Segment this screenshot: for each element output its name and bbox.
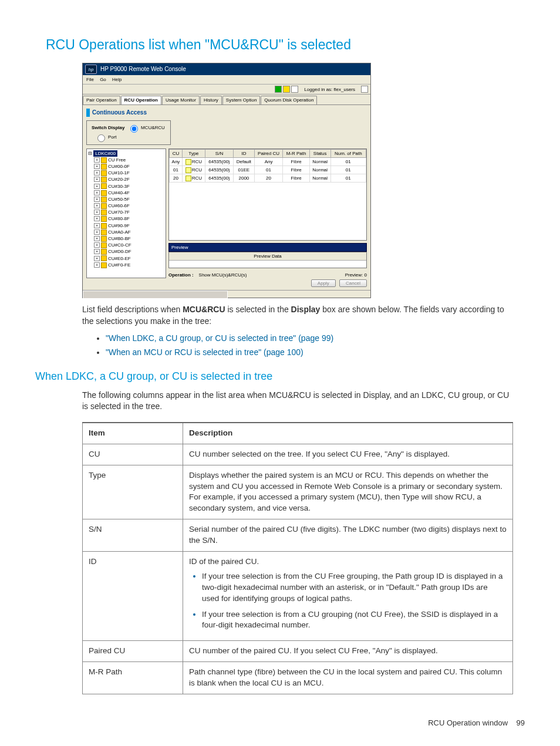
tab-bar: Pair Operation RCU Operation Usage Monit… (83, 94, 370, 104)
intro-paragraph: List field descriptions when MCU&RCU is … (82, 304, 513, 327)
tree-item[interactable]: +CU#60-6F (88, 202, 164, 209)
grid-header[interactable]: S/N (205, 149, 233, 157)
description-table: Item Description CUCU number selected on… (82, 422, 513, 694)
tree-item[interactable]: +CU#70-7F (88, 209, 164, 215)
tree-item[interactable]: +CU#A0-AF (88, 229, 164, 235)
grid-header[interactable]: ID (234, 149, 254, 157)
tree-item[interactable]: +CU#C0-CF (88, 242, 164, 248)
tab-system-option[interactable]: System Option (222, 96, 260, 104)
item-cell: CU (83, 444, 183, 465)
folder-icon (101, 203, 107, 209)
console-screenshot: hp HP P9000 Remote Web Console File Go H… (82, 63, 371, 298)
grid-header[interactable]: CU (170, 149, 183, 157)
folder-icon (101, 249, 107, 255)
desc-cell: CU number selected on the tree. If you s… (183, 444, 513, 465)
menu-file[interactable]: File (86, 77, 94, 82)
folder-icon (101, 216, 107, 222)
settings-icon[interactable] (361, 86, 368, 93)
table-row: TypeDisplays whether the paired system i… (83, 465, 513, 519)
panel-heading: Continuous Access (86, 109, 367, 117)
folder-icon (101, 177, 107, 183)
table-row: M-R PathPath channel type (fibre) betwee… (83, 662, 513, 694)
tree-item[interactable]: +CU#00-0F (88, 163, 164, 170)
type-icon (185, 167, 191, 173)
ldkc-tree[interactable]: ⊟ LDKC#00 +CU Free+CU#00-0F+CU#10-1F+CU#… (86, 148, 166, 278)
folder-icon (101, 236, 107, 242)
link-list: "When LDKC, a CU group, or CU is selecte… (82, 333, 513, 358)
tree-item[interactable]: +CU#D0-DF (88, 248, 164, 255)
sub-heading: When LDKC, a CU group, or CU is selected… (35, 369, 525, 384)
tree-root[interactable]: LDKC#00 (93, 150, 117, 157)
link-mcu-rcu[interactable]: "When an MCU or RCU is selected in tree"… (106, 347, 303, 357)
horizontal-scrollbar[interactable] (83, 290, 370, 298)
status-icon (275, 86, 282, 93)
tab-history[interactable]: History (200, 96, 222, 104)
tree-item[interactable]: +CU#50-5F (88, 196, 164, 202)
table-row[interactable]: 01RCU64535(00)01EE01FibreNormal01 (170, 166, 366, 174)
table-row[interactable]: 20RCU64535(00)200020FibreNormal01 (170, 174, 366, 183)
folder-icon (101, 190, 107, 196)
preview-data-label: Preview Data (169, 252, 366, 261)
grid-header[interactable]: Paired CU (254, 149, 283, 157)
col-item: Item (83, 423, 183, 444)
tab-pair-operation[interactable]: Pair Operation (83, 96, 120, 104)
radio-port[interactable]: Port (95, 134, 117, 140)
status-icon (291, 86, 298, 93)
folder-icon (101, 183, 107, 189)
type-icon (185, 159, 191, 165)
preview-header: Preview (168, 243, 367, 252)
item-cell: ID (83, 552, 183, 641)
table-row[interactable]: AnyRCU64535(00)DefaultAnyFibreNormal01 (170, 157, 366, 166)
table-row: CUCU number selected on the tree. If you… (83, 444, 513, 465)
operation-value: Show MCU(s)&RCU(s) (199, 272, 247, 278)
tree-item[interactable]: +CU#F0-FE (88, 262, 164, 268)
tree-item[interactable]: +CU#80-8F (88, 215, 164, 222)
item-cell: M-R Path (83, 662, 183, 694)
page-footer: RCU Operation window 99 (35, 718, 525, 728)
tree-item[interactable]: +CU#E0-EF (88, 255, 164, 262)
tab-usage-monitor[interactable]: Usage Monitor (162, 96, 200, 104)
desc-cell: Displays whether the paired system is an… (183, 465, 513, 519)
grid-header[interactable]: Status (309, 149, 330, 157)
grid-header[interactable]: M-R Path (283, 149, 309, 157)
tree-item[interactable]: +CU#B0-BF (88, 235, 164, 242)
table-row: Paired CUCU number of the paired CU. If … (83, 641, 513, 662)
hp-logo-icon: hp (85, 65, 97, 74)
tree-item[interactable]: +CU Free (88, 157, 164, 163)
status-icon (283, 86, 290, 93)
tree-item[interactable]: +CU#90-9F (88, 222, 164, 229)
radio-mcurcu[interactable]: MCU&RCU (127, 125, 165, 130)
folder-icon (101, 210, 107, 215)
grid-header[interactable]: Type (182, 149, 205, 157)
link-ldkc[interactable]: "When LDKC, a CU group, or CU is selecte… (106, 333, 333, 343)
menu-go[interactable]: Go (100, 77, 106, 82)
tree-item[interactable]: +CU#30-3F (88, 183, 164, 190)
rcu-grid[interactable]: CUTypeS/NIDPaired CUM-R PathStatusNum. o… (168, 148, 367, 241)
tree-item[interactable]: +CU#10-1F (88, 170, 164, 176)
tree-item[interactable]: +CU#20-2F (88, 176, 164, 183)
grid-header[interactable]: Num. of Path (330, 149, 366, 157)
folder-icon (101, 262, 107, 268)
item-cell: S/N (83, 519, 183, 552)
tab-quorum-disk[interactable]: Quorum Disk Operation (261, 96, 317, 104)
folder-icon (101, 242, 107, 248)
switch-display-group: Switch Display MCU&RCU Port (86, 120, 171, 145)
desc-cell: Path channel type (fibre) between the CU… (183, 662, 513, 694)
page-title: RCU Operations list when "MCU&RCU" is se… (46, 35, 525, 54)
apply-button[interactable]: Apply (311, 279, 336, 287)
folder-icon (101, 170, 107, 176)
operation-label: Operation : (168, 272, 194, 278)
switch-legend: Switch Display (90, 124, 126, 131)
desc-cell: ID of the paired CU.If your tree selecti… (183, 552, 513, 641)
menu-bar[interactable]: File Go Help (83, 75, 370, 85)
preview-area: Preview Data (168, 252, 367, 268)
item-cell: Paired CU (83, 641, 183, 662)
tab-rcu-operation[interactable]: RCU Operation (121, 96, 161, 104)
col-description: Description (183, 423, 513, 444)
menu-help[interactable]: Help (112, 77, 122, 82)
table-row: S/NSerial number of the paired CU (five … (83, 519, 513, 552)
folder-icon (101, 197, 107, 202)
folder-icon (101, 255, 107, 261)
cancel-button[interactable]: Cancel (339, 279, 367, 287)
tree-item[interactable]: +CU#40-4F (88, 190, 164, 196)
